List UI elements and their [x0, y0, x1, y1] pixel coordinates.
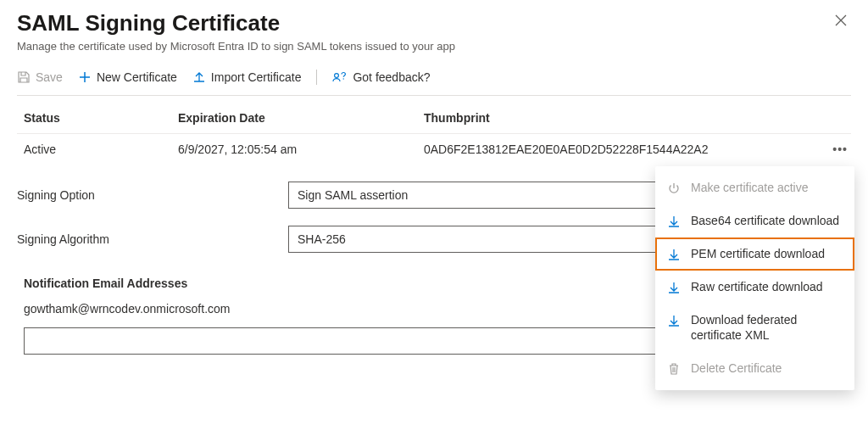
menu-raw-label: Raw certificate download — [691, 279, 823, 295]
import-certificate-label: Import Certificate — [211, 70, 302, 84]
menu-base64-label: Base64 certificate download — [691, 213, 839, 229]
menu-federated-download[interactable]: Download federated certificate XML — [655, 304, 854, 353]
save-label: Save — [36, 70, 63, 84]
svg-point-1 — [343, 78, 344, 79]
menu-raw-download[interactable]: Raw certificate download — [655, 271, 854, 304]
download-icon — [667, 215, 681, 228]
download-icon — [667, 248, 681, 261]
svg-point-0 — [335, 74, 339, 78]
row-actions-button[interactable]: ••• — [832, 142, 851, 156]
trash-icon — [667, 362, 681, 376]
toolbar: Save New Certificate Import Certificate … — [17, 70, 851, 96]
menu-delete-certificate: Delete Certificate — [655, 352, 854, 385]
download-icon — [667, 314, 681, 327]
menu-delete-label: Delete Certificate — [691, 360, 782, 377]
upload-icon — [192, 70, 206, 84]
page-subtitle: Manage the certificate used by Microsoft… — [17, 40, 851, 53]
menu-pem-download[interactable]: PEM certificate download — [655, 237, 854, 271]
close-icon[interactable] — [831, 10, 851, 31]
table-header: Status Expiration Date Thumbprint — [17, 96, 851, 133]
power-icon — [667, 182, 681, 195]
menu-make-active: Make certificate active — [655, 171, 854, 204]
cell-expiration: 6/9/2027, 12:05:54 am — [178, 142, 424, 156]
new-certificate-label: New Certificate — [97, 70, 177, 84]
table-row[interactable]: Active 6/9/2027, 12:05:54 am 0AD6F2E1381… — [17, 133, 851, 165]
signing-option-value: Sign SAML assertion — [298, 188, 408, 202]
menu-pem-label: PEM certificate download — [691, 246, 825, 262]
signing-algorithm-label: Signing Algorithm — [17, 232, 288, 246]
save-button: Save — [17, 70, 63, 84]
menu-federated-label: Download federated certificate XML — [691, 312, 843, 344]
save-icon — [17, 70, 31, 84]
plus-icon — [78, 70, 92, 84]
menu-make-active-label: Make certificate active — [691, 180, 809, 196]
signing-option-label: Signing Option — [17, 188, 288, 202]
menu-base64-download[interactable]: Base64 certificate download — [655, 204, 854, 237]
feedback-icon — [332, 70, 348, 84]
email-value: gowthamk@wrncodev.onmicrosoft.com — [24, 302, 230, 316]
cell-status: Active — [17, 142, 178, 156]
cell-thumbprint: 0AD6F2E13812EAE20E0AE0D2D52228F1544A22A2 — [424, 142, 832, 156]
download-icon — [667, 281, 681, 294]
import-certificate-button[interactable]: Import Certificate — [192, 70, 302, 84]
signing-algorithm-value: SHA-256 — [298, 232, 346, 246]
feedback-label: Got feedback? — [353, 70, 430, 84]
feedback-button[interactable]: Got feedback? — [332, 70, 430, 84]
row-context-menu: Make certificate active Base64 certifica… — [655, 166, 854, 390]
new-certificate-button[interactable]: New Certificate — [78, 70, 177, 84]
toolbar-separator — [316, 70, 317, 85]
col-header-status: Status — [17, 111, 178, 125]
col-header-expiration: Expiration Date — [178, 111, 424, 125]
page-title: SAML Signing Certificate — [17, 10, 280, 36]
col-header-thumbprint: Thumbprint — [424, 111, 851, 125]
